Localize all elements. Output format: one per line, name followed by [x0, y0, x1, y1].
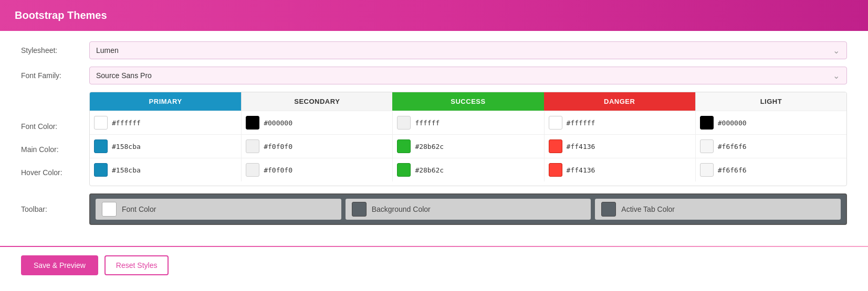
font-color-success: ffffff [392, 111, 543, 134]
value-main-secondary: #f0f0f0 [264, 143, 292, 150]
swatch-main-primary[interactable] [94, 139, 108, 153]
main-color-light: #f6f6f6 [695, 135, 846, 158]
color-row-labels: Font Color: Main Color: Hover Color: [21, 92, 89, 186]
toolbar-background-color-swatch[interactable] [352, 202, 367, 217]
main-content: Stylesheet: Lumen ⌄ Font Family: Source … [0, 31, 868, 246]
section-divider [0, 246, 868, 247]
value-main-primary: #158cba [112, 143, 141, 150]
main-color-danger: #ff4136 [544, 135, 695, 158]
swatch-font-success[interactable] [397, 116, 411, 130]
stylesheet-label: Stylesheet: [21, 46, 89, 55]
col-header-success: SUCCESS [392, 92, 543, 111]
toolbar-label: Toolbar: [21, 205, 89, 213]
toolbar-active-tab-color-item: Active Tab Color [595, 199, 841, 220]
stylesheet-row: Stylesheet: Lumen ⌄ [21, 41, 847, 59]
col-header-primary: PRIMARY [90, 92, 241, 111]
swatch-font-danger[interactable] [549, 116, 562, 130]
toolbar-font-color-label: Font Color [122, 205, 156, 213]
toolbar-row: Toolbar: Font Color Background Color Act… [21, 193, 847, 225]
swatch-hover-primary[interactable] [94, 163, 108, 177]
value-hover-primary: #158cba [112, 166, 141, 174]
page-header: Bootstrap Themes [0, 0, 868, 31]
value-font-danger: #ffffff [567, 119, 595, 127]
value-hover-success: #28b62c [415, 166, 444, 174]
color-grid: PRIMARY SECONDARY SUCCESS DANGER LIGHT #… [89, 92, 847, 186]
swatch-main-secondary[interactable] [246, 139, 259, 153]
hover-color-success: #28b62c [392, 158, 543, 181]
toolbar-background-color-label: Background Color [372, 205, 431, 213]
page-title: Bootstrap Themes [15, 9, 853, 21]
col-header-danger: DANGER [544, 92, 695, 111]
main-color-primary: #158cba [90, 135, 241, 158]
value-font-light: #000000 [718, 119, 747, 127]
hover-color-label: Hover Color: [21, 161, 89, 184]
swatch-hover-danger[interactable] [549, 163, 562, 177]
color-section: Font Color: Main Color: Hover Color: PRI… [21, 92, 847, 186]
stylesheet-select[interactable]: Lumen [89, 41, 847, 59]
main-color-row: #158cba #f0f0f0 #28b62c #ff4136 [90, 134, 846, 158]
col-header-light: LIGHT [695, 92, 846, 111]
value-font-success: ffffff [415, 119, 440, 127]
toolbar-background-color-item: Background Color [346, 199, 591, 220]
hover-color-danger: #ff4136 [544, 158, 695, 181]
swatch-hover-light[interactable] [700, 163, 714, 177]
swatch-font-light[interactable] [700, 116, 714, 130]
main-color-label: Main Color: [21, 138, 89, 161]
fontfamily-select[interactable]: Source Sans Pro [89, 67, 847, 84]
stylesheet-select-wrapper: Lumen ⌄ [89, 41, 847, 59]
col-header-secondary: SECONDARY [241, 92, 392, 111]
value-font-primary: #ffffff [112, 119, 141, 127]
fontfamily-select-wrapper: Source Sans Pro ⌄ [89, 67, 847, 84]
fontfamily-label: Font Family: [21, 71, 89, 80]
value-main-light: #f6f6f6 [718, 143, 747, 150]
swatch-main-success[interactable] [397, 139, 411, 153]
main-color-secondary: #f0f0f0 [241, 135, 392, 158]
hover-color-light: #f6f6f6 [695, 158, 846, 181]
save-preview-button[interactable]: Save & Preview [21, 255, 98, 275]
hover-color-primary: #158cba [90, 158, 241, 181]
font-color-secondary: #000000 [241, 111, 392, 134]
swatch-main-light[interactable] [700, 139, 714, 153]
toolbar-font-color-item: Font Color [96, 199, 341, 220]
font-color-danger: #ffffff [544, 111, 695, 134]
fontfamily-row: Font Family: Source Sans Pro ⌄ [21, 67, 847, 84]
hover-color-secondary: #f0f0f0 [241, 158, 392, 181]
toolbar-box: Font Color Background Color Active Tab C… [89, 193, 847, 225]
swatch-hover-secondary[interactable] [246, 163, 259, 177]
value-font-secondary: #000000 [264, 119, 292, 127]
font-color-row: #ffffff #000000 ffffff #ffffff [90, 111, 846, 134]
value-hover-light: #f6f6f6 [718, 166, 747, 174]
swatch-hover-success[interactable] [397, 163, 411, 177]
toolbar-active-tab-color-swatch[interactable] [601, 202, 616, 217]
value-main-danger: #ff4136 [567, 143, 595, 150]
font-color-light: #000000 [695, 111, 846, 134]
main-color-success: #28b62c [392, 135, 543, 158]
toolbar-active-tab-color-label: Active Tab Color [621, 205, 675, 213]
buttons-row: Save & Preview Reset Styles [0, 255, 868, 286]
value-hover-secondary: #f0f0f0 [264, 166, 292, 174]
reset-styles-button[interactable]: Reset Styles [104, 255, 169, 275]
toolbar-font-color-swatch[interactable] [102, 202, 117, 217]
swatch-font-secondary[interactable] [246, 116, 259, 130]
column-headers: PRIMARY SECONDARY SUCCESS DANGER LIGHT [90, 92, 846, 111]
font-color-label: Font Color: [21, 115, 89, 138]
value-main-success: #28b62c [415, 143, 444, 150]
font-color-primary: #ffffff [90, 111, 241, 134]
swatch-font-primary[interactable] [94, 116, 108, 130]
swatch-main-danger[interactable] [549, 139, 562, 153]
hover-color-row: #158cba #f0f0f0 #28b62c #ff4136 [90, 158, 846, 181]
page-wrapper: Bootstrap Themes Stylesheet: Lumen ⌄ Fon… [0, 0, 868, 291]
value-hover-danger: #ff4136 [567, 166, 595, 174]
